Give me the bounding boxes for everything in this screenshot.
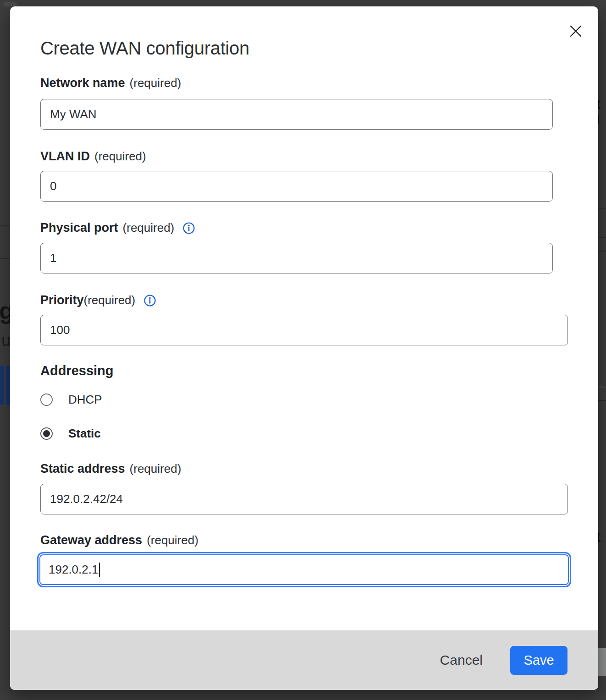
field-label: Gateway address: [40, 533, 142, 547]
required-hint: (required): [94, 149, 146, 164]
radio-unselected-icon: [40, 394, 53, 406]
priority-input[interactable]: [40, 315, 568, 345]
background-table-line: [598, 400, 606, 401]
gateway-address-focus-ring: 192.0.2.1: [37, 552, 571, 587]
background-table-line: [0, 258, 10, 259]
background-dash-fragment: [599, 386, 605, 388]
background-page-fragment: [598, 648, 606, 676]
vlan-id-input[interactable]: [40, 171, 553, 202]
vlan-id-label: VLAN ID (required): [40, 149, 146, 164]
dialog-title: Create WAN configuration: [40, 38, 249, 59]
field-label: VLAN ID: [40, 149, 90, 164]
network-name-label: Network name (required): [40, 76, 181, 90]
addressing-option-static[interactable]: Static: [40, 427, 101, 441]
static-address-input[interactable]: [40, 484, 568, 514]
background-table-line: [598, 208, 606, 209]
field-label: Priority: [40, 293, 84, 307]
required-hint: (required): [130, 462, 182, 476]
radio-selected-icon: [40, 427, 53, 440]
background-table-line: [0, 225, 10, 226]
field-label: Static address: [40, 462, 125, 476]
priority-label: Priority (required): [40, 293, 156, 307]
cancel-button[interactable]: Cancel: [435, 650, 487, 671]
background-table-line: [598, 251, 606, 252]
text-cursor: [99, 563, 100, 577]
background-button-fragment: [0, 366, 4, 405]
static-address-label: Static address (required): [40, 462, 181, 476]
info-icon[interactable]: [182, 222, 195, 235]
create-wan-configuration-dialog: Create WAN configuration Network name (r…: [10, 6, 598, 690]
radio-label: Static: [68, 427, 101, 441]
required-hint: (required): [147, 533, 198, 547]
physical-port-input[interactable]: [40, 243, 553, 273]
required-hint: (required): [123, 221, 175, 235]
radio-label: DHCP: [68, 393, 102, 407]
background-table-line: [598, 237, 606, 238]
physical-port-label: Physical port (required): [40, 221, 195, 235]
network-name-input[interactable]: [40, 99, 553, 130]
field-label: Physical port: [40, 221, 118, 235]
close-icon[interactable]: [569, 24, 583, 38]
required-hint: (required): [130, 76, 182, 90]
field-label: Network name: [40, 76, 125, 90]
info-icon[interactable]: [143, 294, 156, 307]
required-hint: (required): [84, 293, 136, 307]
gateway-address-label: Gateway address (required): [40, 533, 198, 547]
background-page-fragment: [4, 2, 17, 6]
background-button-fragment: [6, 366, 10, 405]
addressing-heading: Addressing: [40, 363, 114, 378]
gateway-address-value: 192.0.2.1: [49, 563, 98, 577]
addressing-option-dhcp[interactable]: DHCP: [40, 393, 102, 407]
gateway-address-input[interactable]: 192.0.2.1: [39, 554, 569, 585]
background-text-fragment: u: [1, 331, 11, 350]
dialog-footer: Cancel Save: [10, 630, 598, 690]
save-button[interactable]: Save: [510, 646, 567, 675]
